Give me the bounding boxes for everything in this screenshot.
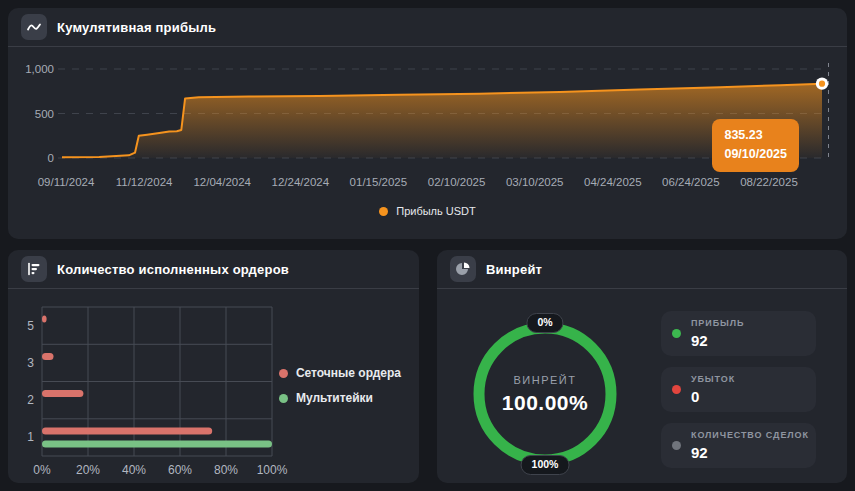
svg-text:5: 5 (27, 319, 34, 333)
winrate-value: 100.00% (502, 391, 588, 415)
badge-hundred-percent: 100% (521, 455, 570, 475)
svg-text:0%: 0% (33, 463, 51, 477)
badge-zero-percent: 0% (526, 313, 563, 333)
legend-label: Мультитейки (296, 391, 373, 405)
cumulative-chart-area: 1,000500009/11/202411/12/202412/04/20241… (8, 47, 847, 217)
stat-label: КОЛИЧЕСТВО СДЕЛОК (691, 430, 806, 440)
orders-legend: Сеточные ордераМультитейки (279, 366, 401, 405)
legend-dot-icon (279, 369, 288, 378)
chart-tooltip: 835.23 09/10/2025 (712, 119, 799, 172)
svg-text:04/24/2025: 04/24/2025 (584, 176, 642, 188)
cumulative-panel-header: Кумулятивная прибыль (8, 8, 847, 47)
svg-text:03/10/2025: 03/10/2025 (506, 176, 564, 188)
stat-card-trades: КОЛИЧЕСТВО СДЕЛОК92 (661, 423, 816, 468)
stat-label: УБЫТОК (691, 374, 806, 384)
winrate-stats: ПРИБЫЛЬ92УБЫТОК0КОЛИЧЕСТВО СДЕЛОК92 (661, 311, 816, 468)
svg-text:12/04/2024: 12/04/2024 (193, 176, 251, 188)
tooltip-value: 835.23 (724, 126, 787, 145)
svg-text:12/24/2024: 12/24/2024 (272, 176, 330, 188)
cumulative-chart-svg[interactable]: 1,000500009/11/202411/12/202412/04/20241… (22, 47, 833, 199)
svg-text:09/11/2024: 09/11/2024 (38, 176, 95, 188)
stat-value: 0 (691, 388, 806, 405)
svg-text:2: 2 (27, 393, 34, 407)
legend-item[interactable]: Мультитейки (279, 391, 401, 405)
trend-line-icon (21, 14, 47, 40)
panel-title: Количество исполненных ордеров (57, 262, 289, 277)
tooltip-date: 09/10/2025 (724, 145, 787, 164)
stat-value: 92 (691, 332, 806, 349)
cumulative-legend[interactable]: Прибыль USDT (22, 205, 833, 217)
svg-text:06/24/2025: 06/24/2025 (662, 176, 720, 188)
bar-list-icon (21, 256, 47, 282)
winrate-label: ВИНРЕЙТ (514, 374, 577, 386)
panel-title: Кумулятивная прибыль (57, 20, 216, 35)
svg-text:20%: 20% (76, 463, 100, 477)
svg-text:1: 1 (27, 430, 34, 444)
svg-text:100%: 100% (257, 463, 288, 477)
stat-dot-icon (672, 441, 681, 450)
svg-text:02/10/2025: 02/10/2025 (428, 176, 486, 188)
svg-text:1,000: 1,000 (25, 63, 54, 75)
winrate-panel: Винрейт ВИНРЕЙТ 100.00% 0% 100% ПРИБЫЛЬ9… (437, 250, 847, 483)
stat-label: ПРИБЫЛЬ (691, 318, 806, 328)
stat-dot-icon (672, 385, 681, 394)
pie-chart-icon (450, 256, 476, 282)
stat-dot-icon (672, 329, 681, 338)
svg-text:08/22/2025: 08/22/2025 (740, 176, 798, 188)
legend-dot-icon (279, 394, 288, 403)
legend-label: Сеточные ордера (296, 366, 401, 380)
winrate-donut[interactable]: ВИНРЕЙТ 100.00% 0% 100% (460, 309, 630, 479)
winrate-panel-header: Винрейт (437, 250, 847, 289)
stat-card-loss: УБЫТОК0 (661, 367, 816, 412)
svg-text:40%: 40% (122, 463, 146, 477)
stat-value: 92 (691, 444, 806, 461)
donut-center: ВИНРЕЙТ 100.00% (460, 309, 630, 479)
legend-label: Прибыль USDT (396, 205, 476, 217)
svg-text:60%: 60% (168, 463, 192, 477)
svg-text:80%: 80% (214, 463, 238, 477)
svg-text:11/12/2024: 11/12/2024 (116, 176, 173, 188)
svg-text:3: 3 (27, 356, 34, 370)
legend-item[interactable]: Сеточные ордера (279, 366, 401, 380)
stat-card-profit: ПРИБЫЛЬ92 (661, 311, 816, 356)
svg-text:0: 0 (48, 152, 54, 164)
svg-text:500: 500 (35, 108, 54, 120)
legend-dot-icon (379, 207, 388, 216)
panel-title: Винрейт (486, 262, 542, 277)
orders-panel-header: Количество исполненных ордеров (8, 250, 419, 289)
svg-text:01/15/2025: 01/15/2025 (350, 176, 408, 188)
orders-count-panel: Количество исполненных ордеров 53210%20%… (8, 250, 419, 483)
cumulative-profit-panel: Кумулятивная прибыль 1,000500009/11/2024… (8, 8, 847, 239)
